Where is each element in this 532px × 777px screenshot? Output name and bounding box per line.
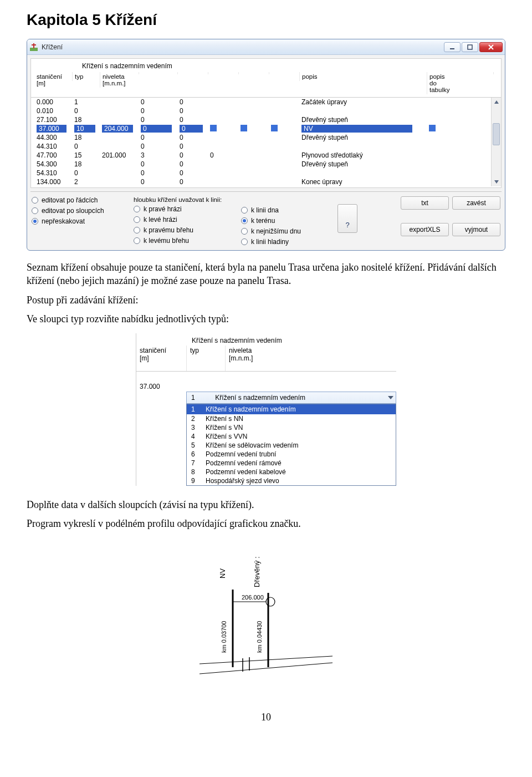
col-staniceni: staničení [m] (34, 72, 72, 88)
km1-text: km 0.03700 (221, 621, 227, 652)
dropdown-option[interactable]: 8Podzemní vedení kabelové (187, 468, 396, 476)
chevron-down-icon (388, 396, 393, 399)
radio-option[interactable]: k levé hrázi (134, 216, 239, 224)
radio-icon (241, 238, 248, 245)
mini-tab-title: Křížení s nadzemním vedením (136, 333, 396, 346)
col-niveleta: niveleta [m.n.m.] (100, 72, 139, 88)
radio-icon (134, 216, 140, 223)
svg-rect-3 (450, 48, 454, 49)
para-vykresli: Program vykreslí v podélném profilu odpo… (27, 517, 505, 530)
zavest-button[interactable]: zavést (452, 196, 500, 210)
controls-panel: editovat po řádcícheditovat po sloupcích… (27, 193, 505, 250)
table-row[interactable]: 44.310000 (31, 142, 501, 151)
table-row[interactable]: 0.000100Začátek úpravy (31, 98, 501, 106)
svg-rect-1 (33, 43, 34, 48)
col-popis-tab: popis do tabulky (427, 72, 493, 94)
window-title: Křížení (42, 43, 443, 51)
mini-stationing: 37.000 (136, 382, 186, 392)
mini-header: staničení [m] typ niveleta [m.n.m.] (136, 346, 396, 372)
col-popis: popis (299, 72, 427, 81)
scroll-down-icon[interactable] (492, 177, 501, 186)
radio-option[interactable]: k linii hladiny (241, 238, 335, 246)
dropdown-selected[interactable]: 1Křížení s nadzemním vedením (187, 404, 396, 414)
para-postup: Postup při zadávání křížení: (27, 293, 505, 307)
table-row[interactable]: 47.70015201.000300Plynovod středotlaký (31, 151, 501, 160)
label-nv: NV (218, 568, 227, 578)
radio-icon (32, 197, 38, 204)
scroll-thumb[interactable] (493, 123, 500, 145)
radio-option[interactable]: k linii dna (241, 206, 335, 214)
scrollbar[interactable] (491, 98, 501, 186)
type-combobox[interactable]: 1 Křížení s nadzemním vedením (186, 392, 396, 404)
radio-option[interactable]: nepřeskakovat (32, 217, 131, 225)
para-intro: Seznam křížení obsahuje pouze ta staniče… (27, 261, 505, 288)
help-button[interactable]: ? (337, 204, 357, 233)
scroll-up-icon[interactable] (492, 98, 501, 106)
table-row[interactable]: 134.000200Konec úpravy (31, 177, 501, 186)
radio-icon (241, 228, 248, 235)
dropdown-option[interactable]: 7Podzemní vedení rámové (187, 459, 396, 468)
titlebar: Křížení (27, 39, 505, 55)
chapter-heading: Kapitola 5 Křížení (27, 11, 505, 29)
dropdown-option[interactable]: 9Hospodářský sjezd vlevo (187, 476, 396, 485)
radio-icon (241, 217, 248, 224)
km2-text: km 0.04430 (256, 621, 263, 652)
svg-rect-4 (468, 45, 472, 49)
dropdown-option[interactable]: 3Křížení s VN (187, 423, 396, 432)
para-doplnte: Doplňte data v dalších sloupcích (závisí… (27, 498, 505, 511)
dropdown-screenshot: Křížení s nadzemním vedením staničení [m… (136, 333, 396, 486)
window-krizeni: Křížení Křížení s nadzemním vedením stan… (27, 39, 505, 251)
combo-text: 1 Křížení s nadzemním vedením (191, 394, 305, 402)
svg-point-6 (266, 597, 275, 606)
table-row[interactable]: 54.3001800Dřevěný stupeň (31, 160, 501, 169)
radio-icon (32, 218, 38, 225)
page-number: 10 (27, 712, 505, 723)
vyjmout-button[interactable]: vyjmout (452, 223, 500, 236)
radio-option[interactable]: editovat po řádcích (32, 196, 131, 204)
exportxls-button[interactable]: exportXLS (401, 223, 449, 236)
radio-icon (134, 206, 140, 212)
radio-icon (241, 207, 248, 214)
profile-diagram: NV Dřevěný : 206.000 km 0.03700 km 0.044… (194, 540, 338, 696)
dropdown-option[interactable]: 2Křížení s NN (187, 414, 396, 423)
minimize-button[interactable] (444, 42, 461, 52)
table-header: staničení [m] typ niveleta [m.n.m.] popi… (31, 71, 501, 98)
col-typ: typ (72, 72, 100, 81)
table-row[interactable]: 44.3001800Dřevěný stupeň (31, 133, 501, 142)
radio-option[interactable]: k pravé hrázi (134, 205, 239, 213)
type-dropdown[interactable]: 1Křížení s nadzemním vedením 2Křížení s … (186, 404, 396, 486)
para-instruction: Ve sloupci typ rozviňte nabídku jednotli… (27, 312, 505, 326)
mini-row: 37.000 (136, 382, 396, 392)
radio-icon (134, 227, 140, 233)
radio-icon (134, 237, 140, 244)
label-drev: Dřevěný : (253, 556, 261, 587)
table-row[interactable]: 27.1001800Dřevěný stupeň (31, 115, 501, 124)
radio-option[interactable]: k nejnižšímu dnu (241, 227, 335, 235)
table-row[interactable]: 37.00010204.00000NV (31, 124, 501, 133)
svg-rect-2 (32, 44, 36, 45)
close-button[interactable] (479, 42, 503, 52)
dropdown-option[interactable]: 6Podzemní vedení trubní (187, 450, 396, 459)
txt-button[interactable]: txt (401, 196, 449, 210)
app-icon (29, 43, 38, 52)
radio-option[interactable]: k terénu (241, 217, 335, 225)
table-body: 0.000100Začátek úpravy0.01000027.1001800… (31, 98, 501, 186)
table-row[interactable]: 54.310000 (31, 169, 501, 177)
dropdown-option[interactable]: 5Křížení se sdělovacím vedením (187, 441, 396, 450)
radio-option[interactable]: k levému břehu (134, 237, 239, 245)
elev-text: 206.000 (242, 594, 264, 601)
radios-mid-head: hloubku křížení uvažovat k linii: (134, 196, 239, 203)
dropdown-option[interactable]: 4Křížení s VVN (187, 432, 396, 441)
radio-option[interactable]: k pravému břehu (134, 226, 239, 234)
maximize-button[interactable] (462, 42, 478, 52)
radio-option[interactable]: editovat po sloupcích (32, 207, 131, 215)
svg-line-9 (200, 656, 332, 664)
action-buttons: txt zavést exportXLS vyjmout (401, 196, 500, 246)
table-row[interactable]: 0.010000 (31, 106, 501, 115)
radio-icon (32, 207, 38, 214)
table-caption: Křížení s nadzemním vedením (31, 59, 501, 71)
svg-line-10 (200, 663, 332, 674)
